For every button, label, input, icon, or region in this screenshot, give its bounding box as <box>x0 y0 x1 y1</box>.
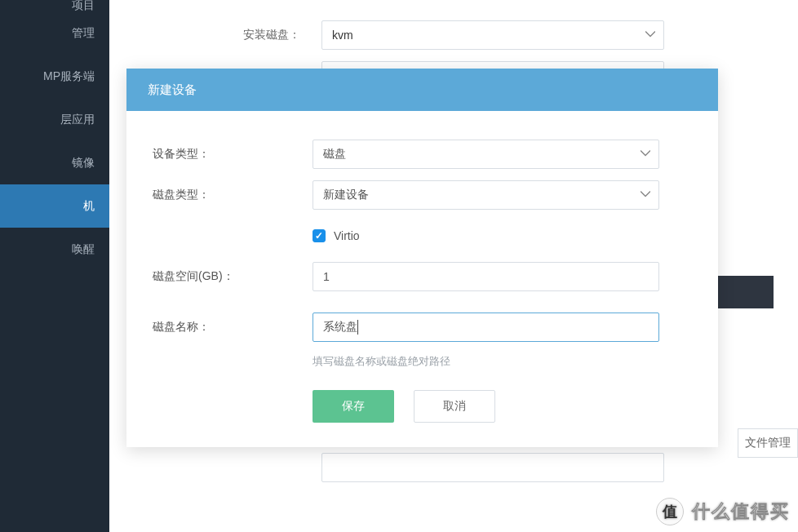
sidebar-item-0[interactable]: 项目 <box>0 0 109 11</box>
disk-name-hint: 填写磁盘名称或磁盘绝对路径 <box>313 348 659 375</box>
watermark-badge-icon: 值 <box>656 498 684 525</box>
device-type-select[interactable]: 磁盘 <box>313 140 659 169</box>
device-type-label: 设备类型： <box>149 147 313 162</box>
sidebar-item-vm[interactable]: 机 <box>0 184 109 228</box>
install-disk-select[interactable]: kvm <box>321 20 664 50</box>
disk-type-label: 磁盘类型： <box>149 188 313 202</box>
sidebar-item-4[interactable]: 镜像 <box>0 141 109 184</box>
watermark: 值 什么值得买 <box>656 498 790 525</box>
cancel-button[interactable]: 取消 <box>414 390 495 423</box>
new-device-modal: 新建设备 设备类型： 磁盘 磁盘类型： 新建设备 <box>126 69 718 447</box>
save-button[interactable]: 保存 <box>313 390 394 423</box>
disk-space-label: 磁盘空间(GB)： <box>149 269 313 284</box>
disk-type-select[interactable]: 新建设备 <box>313 180 659 210</box>
extra-input[interactable] <box>321 453 664 482</box>
sidebar-item-2[interactable]: MP服务端 <box>0 55 109 98</box>
file-manager-button[interactable]: 文件管理 <box>738 428 798 458</box>
sidebar-item-6[interactable]: 唤醒 <box>0 228 109 271</box>
virtio-label: Virtio <box>334 229 360 242</box>
text-cursor <box>357 320 358 335</box>
disk-name-input[interactable]: 系统盘 <box>313 313 659 342</box>
modal-title: 新建设备 <box>126 69 718 111</box>
chevron-down-icon <box>641 188 650 202</box>
install-disk-label: 安装磁盘： <box>134 28 321 42</box>
chevron-down-icon <box>641 148 650 161</box>
disk-name-label: 磁盘名称： <box>149 320 313 335</box>
chevron-down-icon <box>645 29 655 42</box>
virtio-checkbox[interactable]: ✓ <box>313 229 326 242</box>
sidebar-item-3[interactable]: 层应用 <box>0 98 109 141</box>
disk-space-input[interactable]: 1 <box>313 262 659 291</box>
watermark-text: 什么值得买 <box>692 499 790 524</box>
sidebar: 项目 管理 MP服务端 层应用 镜像 机 唤醒 <box>0 0 109 532</box>
sidebar-item-1[interactable]: 管理 <box>0 11 109 55</box>
